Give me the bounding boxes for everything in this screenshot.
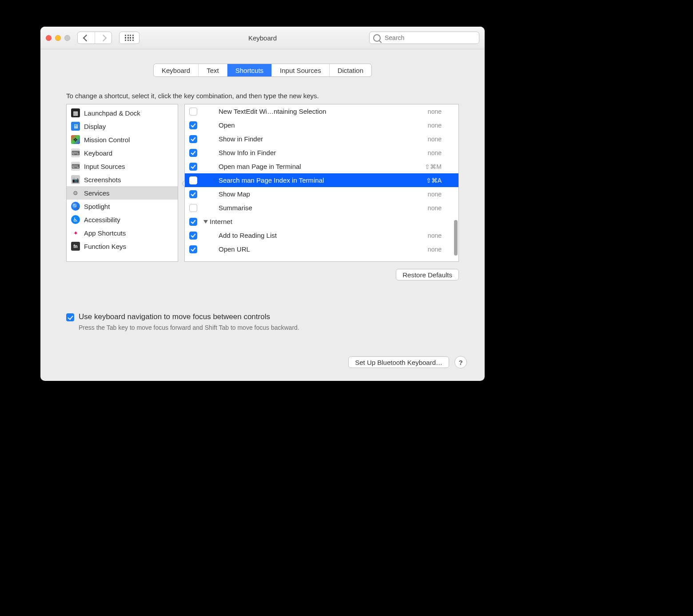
service-label: Open man Page in Terminal: [219, 163, 425, 170]
keyboard-nav-option: Use keyboard navigation to move focus be…: [66, 312, 459, 331]
category-screenshots[interactable]: 📷Screenshots: [67, 173, 178, 186]
service-checkbox[interactable]: [189, 232, 197, 240]
service-row[interactable]: Opennone: [185, 118, 458, 132]
screenshot-icon: 📷: [71, 175, 80, 184]
service-checkbox[interactable]: [189, 108, 197, 116]
apps-icon: ✦: [71, 228, 80, 237]
preferences-window: Keyboard KeyboardTextShortcutsInput Sour…: [40, 27, 485, 381]
tab-shortcuts[interactable]: Shortcuts: [227, 64, 272, 76]
scrollbar-thumb[interactable]: [454, 220, 458, 256]
service-label: Show in Finder: [219, 135, 428, 143]
disclosure-triangle-icon: [203, 220, 208, 224]
tab-text[interactable]: Text: [199, 64, 227, 76]
service-checkbox[interactable]: [189, 245, 197, 253]
launchpad-icon: ▦: [71, 108, 80, 117]
category-label: Spotlight: [84, 203, 110, 210]
nav-back-forward: [77, 32, 112, 44]
keyboard-icon: ⌨︎: [71, 148, 80, 157]
service-row[interactable]: Show Mapnone: [185, 187, 458, 201]
service-label: Search man Page Index in Terminal: [219, 176, 426, 184]
service-checkbox[interactable]: [189, 121, 197, 129]
service-row[interactable]: Open man Page in Terminal⇧⌘M: [185, 160, 458, 173]
service-label: Open: [219, 121, 428, 129]
pane-body: KeyboardTextShortcutsInput SourcesDictat…: [40, 64, 485, 381]
category-app-shortcuts[interactable]: ✦App Shortcuts: [67, 226, 178, 240]
category-label: Accessibility: [84, 216, 120, 224]
service-row[interactable]: Add to Reading Listnone: [185, 228, 458, 242]
services-icon: ⚙︎: [71, 188, 80, 197]
category-keyboard[interactable]: ⌨︎Keyboard: [67, 146, 178, 160]
category-mission-control[interactable]: ❖Mission Control: [67, 133, 178, 146]
service-shortcut[interactable]: none: [428, 204, 454, 212]
category-pane: ▦Launchpad & Dock🖥Display❖Mission Contro…: [66, 104, 178, 262]
service-shortcut[interactable]: ⇧⌘M: [425, 163, 454, 170]
category-accessibility[interactable]: ♿︎Accessibility: [67, 213, 178, 226]
service-checkbox[interactable]: [189, 135, 197, 143]
service-checkbox[interactable]: [189, 218, 197, 226]
category-label: Mission Control: [84, 136, 130, 144]
keyboard-nav-label: Use keyboard navigation to move focus be…: [79, 312, 299, 321]
service-checkbox[interactable]: [189, 190, 197, 198]
restore-defaults-button[interactable]: Restore Defaults: [396, 269, 459, 280]
category-label: Screenshots: [84, 176, 121, 184]
tab-dictation[interactable]: Dictation: [330, 64, 371, 76]
service-row[interactable]: Search man Page Index in Terminal⇧⌘A: [185, 173, 458, 187]
service-shortcut[interactable]: none: [428, 232, 454, 239]
spotlight-icon: 🔍: [71, 202, 80, 211]
bluetooth-keyboard-button[interactable]: Set Up Bluetooth Keyboard…: [348, 356, 449, 368]
service-checkbox[interactable]: [189, 163, 197, 171]
fn-icon: fn: [71, 242, 80, 251]
input-icon: ⌨︎: [71, 162, 80, 171]
search-field[interactable]: [369, 32, 479, 44]
service-row[interactable]: Show Info in Findernone: [185, 146, 458, 160]
close-window-button[interactable]: [46, 35, 52, 41]
grid-icon: [125, 35, 134, 41]
service-checkbox[interactable]: [189, 204, 197, 212]
service-label: Summarise: [219, 204, 428, 212]
zoom-window-button[interactable]: [64, 35, 70, 41]
forward-button[interactable]: [95, 32, 112, 44]
service-shortcut[interactable]: none: [428, 149, 454, 156]
chevron-left-icon: [83, 34, 90, 41]
tab-input-sources[interactable]: Input Sources: [272, 64, 330, 76]
minimize-window-button[interactable]: [55, 35, 61, 41]
service-label: New TextEdit Wi…ntaining Selection: [219, 108, 428, 115]
service-label: Open URL: [219, 245, 428, 253]
service-row[interactable]: Open URLnone: [185, 242, 458, 256]
service-row[interactable]: Summarisenone: [185, 201, 458, 215]
panes: ▦Launchpad & Dock🖥Display❖Mission Contro…: [66, 104, 459, 262]
shortcut-pane: New TextEdit Wi…ntaining SelectionnoneOp…: [184, 104, 459, 262]
service-shortcut[interactable]: none: [428, 136, 454, 143]
tab-bar: KeyboardTextShortcutsInput SourcesDictat…: [50, 64, 475, 77]
service-label: Show Info in Finder: [219, 149, 428, 156]
service-shortcut[interactable]: none: [428, 122, 454, 129]
tab-keyboard[interactable]: Keyboard: [154, 64, 199, 76]
category-function-keys[interactable]: fnFunction Keys: [67, 240, 178, 253]
keyboard-nav-checkbox[interactable]: [66, 313, 74, 321]
service-shortcut[interactable]: none: [428, 246, 454, 253]
mission-icon: ❖: [71, 135, 80, 144]
category-input-sources[interactable]: ⌨︎Input Sources: [67, 160, 178, 173]
service-row[interactable]: New TextEdit Wi…ntaining Selectionnone: [185, 104, 458, 118]
group-label: Internet: [210, 218, 232, 225]
category-label: Keyboard: [84, 149, 112, 157]
back-button[interactable]: [78, 32, 95, 44]
service-checkbox[interactable]: [189, 176, 197, 184]
category-launchpad-dock[interactable]: ▦Launchpad & Dock: [67, 106, 178, 120]
category-label: Function Keys: [84, 243, 126, 250]
show-all-button[interactable]: [119, 32, 139, 44]
category-label: Display: [84, 123, 106, 130]
service-row[interactable]: Show in Findernone: [185, 132, 458, 146]
service-shortcut[interactable]: none: [428, 191, 454, 198]
service-shortcut[interactable]: ⇧⌘A: [426, 177, 454, 184]
service-label: Add to Reading List: [219, 232, 428, 239]
category-services[interactable]: ⚙︎Services: [67, 186, 178, 200]
service-group[interactable]: Internet: [185, 215, 458, 228]
service-shortcut[interactable]: none: [428, 108, 454, 115]
service-checkbox[interactable]: [189, 149, 197, 157]
help-button[interactable]: ?: [454, 356, 467, 368]
instruction-text: To change a shortcut, select it, click t…: [66, 92, 459, 100]
category-display[interactable]: 🖥Display: [67, 120, 178, 133]
category-spotlight[interactable]: 🔍Spotlight: [67, 200, 178, 213]
search-input[interactable]: [384, 34, 475, 42]
